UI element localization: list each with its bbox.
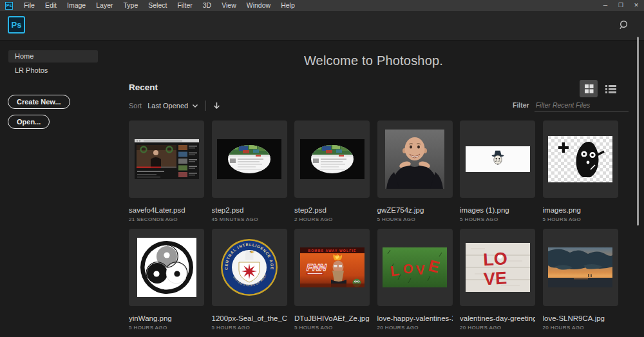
- sort-controls: Sort Last Opened: [129, 100, 220, 111]
- recent-file-card[interactable]: yinWang.png 5 HOURS AGO: [129, 229, 204, 332]
- file-name: gwZE754z.jpg: [377, 206, 453, 214]
- chevron-down-icon[interactable]: [192, 104, 198, 108]
- file-time: 45 MINUTES AGO: [212, 217, 287, 222]
- thumbnail-fnn-meme: BOMBS AWAY WOLFIE FNN: [294, 229, 370, 306]
- filter-label: Filter: [513, 101, 529, 109]
- sidebar-item-home[interactable]: Home: [8, 50, 98, 63]
- photoshop-logo: Ps: [8, 16, 25, 34]
- recent-file-card[interactable]: CENTRAL INTELLIGENCE AGENCY UNITED STATE…: [212, 229, 287, 332]
- fnn-logo-text: FNN: [307, 262, 327, 273]
- file-time: 5 HOURS AGO: [460, 217, 535, 222]
- recent-file-card[interactable]: LO VE valentines-day-greeting-card-... 2…: [460, 229, 535, 332]
- menu-select[interactable]: Select: [143, 0, 172, 11]
- window-controls: ─ ❐ ✕: [598, 0, 644, 11]
- file-time: 5 HOURS AGO: [377, 217, 453, 222]
- menu-file[interactable]: File: [19, 0, 40, 11]
- menu-layer[interactable]: Layer: [91, 0, 118, 11]
- file-name: love-happy-valentines-XGUTV...: [377, 314, 453, 322]
- thumbnail-love-greeting-card: LO VE: [460, 229, 535, 306]
- file-time: 20 HOURS AGO: [377, 325, 453, 331]
- titlebar: Ps File Edit Image Layer Type Select Fil…: [0, 0, 644, 11]
- recent-file-card[interactable]: BOMBS AWAY WOLFIE FNN DTuJBHIVoAEf_Ze.jp…: [294, 229, 370, 332]
- file-time: 5 HOURS AGO: [543, 217, 618, 222]
- filter-input[interactable]: [535, 101, 629, 111]
- file-time: 5 HOURS AGO: [212, 325, 287, 331]
- search-icon: [619, 20, 630, 31]
- file-time: 20 HOURS AGO: [543, 325, 618, 331]
- thumbnail-oval-map-screenshot: [294, 120, 370, 198]
- recent-file-card[interactable]: love-SLNR9CA.jpg 20 HOURS AGO: [543, 229, 618, 332]
- recent-file-card[interactable]: savefo4Later.psd 21 SECONDS AGO: [129, 120, 204, 224]
- thumbnail-oval-map-screenshot: [212, 120, 287, 198]
- file-time: 5 HOURS AGO: [129, 325, 204, 331]
- list-view-button[interactable]: [601, 80, 620, 97]
- menu-type[interactable]: Type: [118, 0, 143, 11]
- grid-view-button[interactable]: [580, 80, 598, 97]
- divider: [205, 101, 206, 111]
- open-button[interactable]: Open...: [8, 115, 50, 129]
- recent-file-card[interactable]: gwZE754z.jpg 5 HOURS AGO: [377, 120, 453, 224]
- list-view-icon: [605, 84, 616, 93]
- recent-file-card[interactable]: L O V E love-happy-valentines-XGUTV... 2…: [377, 229, 453, 332]
- search-button[interactable]: [616, 17, 632, 34]
- recent-files-grid: savefo4Later.psd 21 SECONDS AGO: [129, 120, 618, 332]
- thumbnail-sunset-beach: [543, 229, 618, 306]
- appbar: Ps: [0, 11, 644, 41]
- menu-image[interactable]: Image: [62, 0, 91, 11]
- file-time: 5 HOURS AGO: [294, 325, 370, 331]
- vertical-scrollbar[interactable]: [637, 37, 639, 226]
- grass-letter-o: O: [402, 261, 413, 276]
- menu-3d[interactable]: 3D: [198, 0, 216, 11]
- file-name: 1200px-Seal_of_the_Central_I...: [212, 314, 287, 322]
- file-name: valentines-day-greeting-card-...: [460, 314, 535, 322]
- menu-view[interactable]: View: [216, 0, 242, 11]
- photoshop-home-window: Ps File Edit Image Layer Type Select Fil…: [0, 0, 644, 337]
- file-time: 20 HOURS AGO: [460, 325, 535, 331]
- sort-label: Sort: [129, 102, 142, 110]
- create-new-button[interactable]: Create New...: [8, 95, 70, 109]
- recent-file-card[interactable]: images (1).png 5 HOURS AGO: [460, 120, 535, 224]
- recent-section-title: Recent: [129, 82, 158, 92]
- file-name: images.png: [543, 206, 618, 214]
- thumbnail-triple-yin-yang: [129, 229, 204, 306]
- filter-controls: Filter: [513, 101, 629, 111]
- file-name: love-SLNR9CA.jpg: [543, 314, 618, 322]
- thumbnail-love-letters-grass: L O V E: [377, 229, 453, 306]
- restore-button[interactable]: ❐: [613, 0, 629, 11]
- recent-file-card[interactable]: step2.psd 45 MINUTES AGO: [212, 120, 287, 224]
- thumbnail-guy-fawkes-mask: [460, 120, 535, 198]
- grid-view-icon: [584, 84, 594, 93]
- wood-letters-ve: VE: [483, 268, 507, 289]
- sort-dropdown[interactable]: Last Opened: [147, 102, 188, 110]
- file-name: images (1).png: [460, 206, 535, 214]
- menu-edit[interactable]: Edit: [40, 0, 62, 11]
- file-name: step2.psd: [212, 206, 287, 214]
- thumbnail-youtube-screenshot: [129, 120, 204, 198]
- menu-filter[interactable]: Filter: [172, 0, 197, 11]
- welcome-title: Welcome to Photoshop.: [109, 53, 638, 68]
- sidebar-item-lr-photos[interactable]: LR Photos: [8, 64, 98, 77]
- thumbnail-no-face-figure: [543, 120, 618, 198]
- file-time: 21 SECONDS AGO: [129, 217, 204, 222]
- menu-help[interactable]: Help: [276, 0, 300, 11]
- file-time: 2 HOURS AGO: [294, 217, 370, 222]
- app-window-icon: Ps: [5, 2, 13, 10]
- fnn-banner-text: BOMBS AWAY WOLFIE: [308, 249, 356, 253]
- file-name: yinWang.png: [129, 314, 204, 322]
- minimize-button[interactable]: ─: [598, 0, 613, 11]
- file-name: savefo4Later.psd: [129, 206, 204, 214]
- thumbnail-cia-seal: CENTRAL INTELLIGENCE AGENCY UNITED STATE…: [212, 229, 287, 306]
- grass-letter-v: V: [415, 262, 426, 277]
- thumbnail-portrait-photo: [377, 120, 453, 198]
- recent-file-card[interactable]: images.png 5 HOURS AGO: [543, 120, 618, 224]
- wood-letters-lo: LO: [482, 249, 507, 269]
- close-button[interactable]: ✕: [629, 0, 644, 11]
- file-name: DTuJBHIVoAEf_Ze.jpg: [294, 314, 370, 322]
- file-name: step2.psd: [294, 206, 370, 214]
- recent-file-card[interactable]: step2.psd 2 HOURS AGO: [294, 120, 370, 224]
- menu-window[interactable]: Window: [242, 0, 276, 11]
- sort-direction-descending-icon[interactable]: [213, 102, 220, 110]
